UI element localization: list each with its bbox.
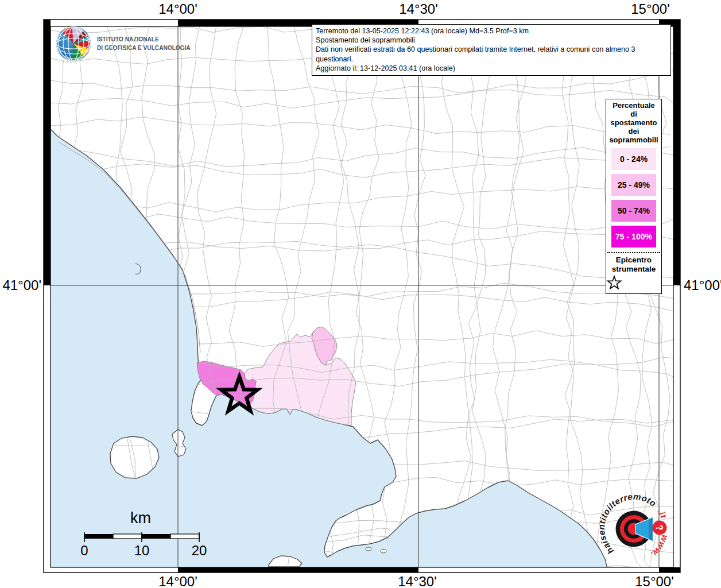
legend-title-line: Percentuale	[606, 101, 661, 110]
coord-left-41-00: 41°00'	[0, 277, 41, 293]
coord-bottom-15-00: 15°00'	[620, 574, 689, 588]
ingv-globe-icon	[55, 25, 92, 62]
coord-top-15-00: 15°00'	[616, 1, 685, 17]
legend-title-line: soprammobili	[606, 136, 661, 144]
scale-tick-20: 20	[182, 543, 216, 559]
islet-li-galli-1	[366, 547, 371, 551]
info-line-event: Terremoto del 13-05-2025 12:22:43 (ora l…	[316, 26, 667, 36]
legend-epicenter-line2: strumentale	[606, 265, 661, 274]
info-line-source: Dati non verificati estratti da 60 quest…	[316, 45, 667, 63]
map-figure: 14°00' 14°30' 15°00' 14°00' 14°30' 15°00…	[0, 0, 721, 588]
base-map	[0, 0, 721, 588]
scale-unit-label: km	[118, 509, 164, 527]
legend-swatch-25-49: 25 - 49%	[611, 174, 656, 196]
legend-title-line: di	[606, 110, 661, 118]
ingv-name-line2: DI GEOFISICA E VULCANOLOGIA	[97, 44, 191, 52]
legend-swatch-75-100: 75 - 100%	[611, 226, 656, 247]
scale-tick-0: 0	[67, 543, 102, 559]
legend-box: Percentuale di spostamento dei soprammob…	[606, 99, 662, 294]
coord-bottom-14-00: 14°00'	[144, 574, 212, 588]
legend-swatch-50-74: 50 - 74%	[611, 200, 656, 222]
legend-title: Percentuale di spostamento dei soprammob…	[606, 99, 661, 144]
legend-separator	[607, 252, 660, 253]
ingv-name-line1: ISTITUTO NAZIONALE	[97, 35, 191, 44]
coord-right-41-00: 41°00'	[684, 277, 721, 293]
legend-title-line: spostamento	[606, 118, 661, 127]
coord-top-14-00: 14°00'	[144, 1, 212, 17]
info-line-updated: Aggiornato il: 13-12-2025 03:41 (ora loc…	[316, 64, 667, 73]
coord-bottom-14-30: 14°30'	[383, 574, 452, 588]
info-line-metric: Spostamento dei soprammobili	[316, 36, 667, 45]
legend-star-icon	[606, 275, 622, 290]
ingv-logo-block: ISTITUTO NAZIONALE DI GEOFISICA E VULCAN…	[55, 25, 203, 62]
islet-li-galli-2	[381, 550, 386, 553]
legend-epicenter-line1: Epicentro	[606, 256, 661, 265]
coord-top-14-30: 14°30'	[384, 1, 453, 17]
legend-title-line: dei	[606, 127, 661, 136]
earthquake-info-box: Terremoto del 13-05-2025 12:22:43 (ora l…	[312, 24, 671, 76]
scale-tick-10: 10	[125, 543, 159, 559]
legend-swatch-0-24: 0 - 24%	[611, 148, 656, 170]
